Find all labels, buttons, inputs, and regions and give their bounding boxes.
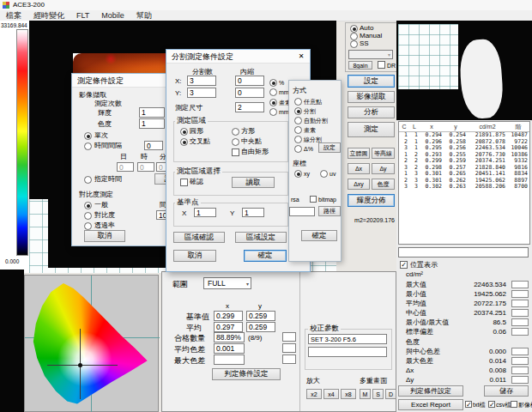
position-display-checkbox[interactable] bbox=[400, 261, 408, 269]
size-mm-radio[interactable] bbox=[269, 108, 277, 116]
transmittance-radio[interactable] bbox=[84, 222, 92, 230]
normal-radio[interactable] bbox=[84, 202, 92, 209]
menu-file[interactable]: 檔案 bbox=[6, 10, 21, 21]
zoom-x8-button[interactable]: x8 bbox=[341, 389, 356, 399]
pixel-mode-radio[interactable] bbox=[294, 126, 302, 134]
cancel-button[interactable]: 取消 bbox=[173, 250, 216, 262]
split-label: 分割 bbox=[304, 107, 316, 116]
range-value: FULL bbox=[208, 279, 226, 288]
interval-field[interactable]: 0 bbox=[144, 141, 163, 150]
calibration-value-field[interactable]: SET 3-200 F5.6 bbox=[308, 334, 387, 344]
table-row[interactable]: 3 3 0.302 0.263 20588.206 8700 bbox=[399, 184, 529, 191]
hour-field[interactable]: 0 bbox=[137, 162, 154, 172]
chroma-count-field[interactable]: 1 bbox=[139, 118, 165, 129]
range-select[interactable]: FULL ▾ bbox=[203, 277, 251, 289]
delta-x-button[interactable]: Δx bbox=[348, 163, 370, 174]
bitmap-label: bitmap bbox=[318, 196, 336, 204]
reference-x-field[interactable]: 0.299 bbox=[214, 311, 243, 321]
cross-radio[interactable] bbox=[180, 138, 188, 146]
cancel-button[interactable]: 取消 bbox=[84, 230, 125, 242]
close-icon[interactable]: ✕ bbox=[295, 52, 307, 62]
result-field[interactable] bbox=[398, 247, 529, 258]
specified-time-radio[interactable] bbox=[84, 176, 92, 184]
multi-m-button[interactable]: M bbox=[360, 389, 371, 399]
contour-button[interactable]: 等高線 bbox=[372, 148, 395, 159]
single-radio[interactable] bbox=[84, 132, 92, 140]
circle-radio[interactable] bbox=[180, 128, 188, 136]
settings-button[interactable]: 設定 bbox=[348, 75, 395, 88]
ok-button[interactable]: 確定 bbox=[244, 250, 287, 262]
reference-y-field[interactable]: 0.259 bbox=[246, 311, 275, 321]
size-field[interactable]: 2 bbox=[235, 102, 264, 112]
xy-radio[interactable] bbox=[294, 170, 302, 178]
stereo-button[interactable]: 立體圖 bbox=[348, 148, 370, 159]
chroma-button[interactable]: 色度 bbox=[372, 179, 395, 190]
dr-checkbox[interactable] bbox=[378, 61, 385, 69]
delta-xy-button[interactable]: Δxy bbox=[348, 179, 370, 190]
zoom-x2-button[interactable]: x2 bbox=[306, 389, 322, 399]
judge-condition-setting-button[interactable]: 判定條件設定 bbox=[212, 368, 281, 380]
zoom-x4-button[interactable]: x4 bbox=[323, 389, 339, 399]
gain-button[interactable]: 8gain bbox=[348, 61, 372, 70]
method-set-button[interactable]: 設定 bbox=[318, 142, 341, 153]
manual-radio[interactable] bbox=[350, 33, 358, 40]
multi-d-button[interactable]: D bbox=[385, 389, 396, 399]
csv-checkbox[interactable] bbox=[488, 401, 495, 408]
dialog-title-bar[interactable]: 分割測定條件設定 bbox=[166, 50, 310, 64]
average-y-field[interactable]: 0.259 bbox=[246, 322, 275, 332]
ss-radio[interactable] bbox=[350, 40, 358, 48]
uv-radio[interactable] bbox=[320, 170, 328, 178]
ss-label: SS bbox=[360, 39, 369, 48]
analyze-button[interactable]: 分析 bbox=[348, 106, 395, 118]
measure-button[interactable]: 測定 bbox=[348, 122, 395, 137]
method-ok-button[interactable]: 確定 bbox=[301, 230, 337, 241]
area-confirm-button[interactable]: 區域確認 bbox=[173, 232, 225, 243]
measurement-table[interactable]: C L x y cd/m2 階 1 1 0.294 0.254 21891.87… bbox=[398, 121, 530, 245]
read-button[interactable]: 讀取 bbox=[232, 177, 275, 188]
menu-help[interactable]: 幫助 bbox=[136, 10, 152, 21]
center-point-radio[interactable] bbox=[232, 138, 239, 146]
any-point-radio[interactable] bbox=[294, 98, 302, 106]
y-division-field[interactable]: 3 bbox=[187, 88, 216, 98]
x-inset-field[interactable]: 0 bbox=[235, 76, 264, 86]
free-rect-checkbox[interactable] bbox=[232, 148, 239, 156]
ref-x-field[interactable]: 1 bbox=[194, 208, 216, 217]
image-file-checkbox[interactable] bbox=[511, 401, 517, 408]
interval-radio[interactable] bbox=[84, 142, 92, 150]
shutter-select[interactable]: ▾ bbox=[348, 50, 393, 59]
line-split-radio[interactable] bbox=[294, 136, 302, 143]
menu-temporal[interactable]: 經時變化 bbox=[33, 10, 64, 21]
ref-y-field[interactable]: 1 bbox=[242, 208, 264, 217]
pixel-radio[interactable] bbox=[269, 99, 277, 106]
txt-checkbox[interactable] bbox=[465, 401, 472, 408]
path-field[interactable] bbox=[289, 207, 315, 216]
multi-s-button[interactable]: S bbox=[372, 389, 384, 399]
x-division-field[interactable]: 3 bbox=[187, 76, 216, 86]
calibration-empty-field[interactable] bbox=[308, 347, 387, 357]
menu-flt[interactable]: FLT bbox=[76, 11, 89, 20]
auto-radio[interactable] bbox=[350, 25, 358, 33]
path-button[interactable]: 路徑 bbox=[318, 206, 341, 216]
day-field[interactable]: 0 bbox=[117, 162, 134, 172]
delta-y-button[interactable]: Δy bbox=[372, 163, 395, 174]
capture-button[interactable]: 影像擷取 bbox=[348, 91, 395, 103]
area-set-button[interactable]: 區域設定 bbox=[235, 232, 287, 243]
square-radio[interactable] bbox=[232, 128, 239, 136]
split-radio[interactable] bbox=[294, 107, 302, 115]
bitmap-checkbox[interactable] bbox=[310, 196, 317, 203]
delta-percent-radio[interactable] bbox=[294, 145, 302, 153]
excel-report-button[interactable]: Excel Report bbox=[398, 399, 463, 410]
average-x-field[interactable]: 0.297 bbox=[214, 322, 243, 332]
contrast-radio[interactable] bbox=[84, 212, 92, 220]
luminance-count-field[interactable]: 1 bbox=[139, 107, 165, 118]
menu-mobile[interactable]: Mobile bbox=[101, 11, 124, 20]
pass-count-field: 88.89% bbox=[214, 332, 245, 342]
luminance-dist-button[interactable]: 輝度分佈 bbox=[348, 194, 395, 207]
confirm-checkbox[interactable] bbox=[180, 179, 188, 186]
save-button[interactable]: 儲存 bbox=[484, 385, 529, 397]
mm-radio[interactable] bbox=[269, 88, 277, 96]
judge-condition-button[interactable]: 判定條件設定 bbox=[398, 385, 463, 397]
auto-split-radio[interactable] bbox=[294, 117, 302, 124]
percent-radio[interactable] bbox=[269, 79, 277, 87]
y-inset-field[interactable]: 0 bbox=[235, 88, 264, 98]
